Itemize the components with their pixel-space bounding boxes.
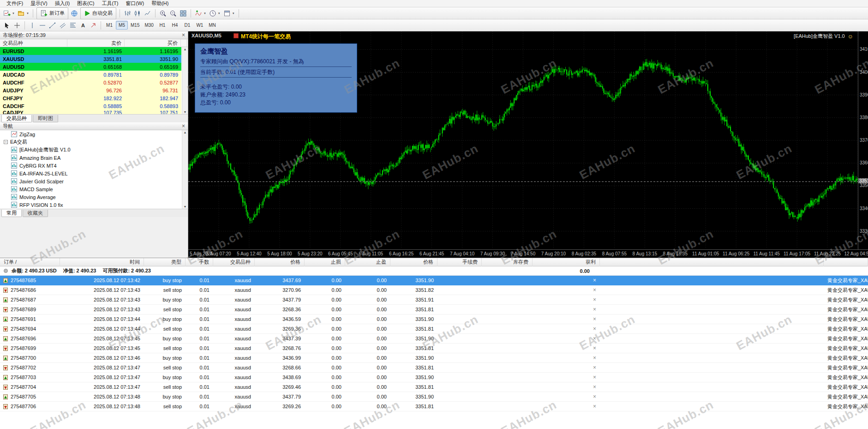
column-header[interactable]: 手续费 xyxy=(437,258,482,266)
timeframe-button-M30[interactable]: M30 xyxy=(142,21,156,30)
close-order-icon[interactable]: × xyxy=(593,288,596,292)
column-header[interactable]: 库存费 xyxy=(482,258,533,266)
new-chart-icon[interactable] xyxy=(2,9,12,18)
close-icon[interactable]: × xyxy=(182,33,185,37)
close-order-icon[interactable]: × xyxy=(593,307,596,312)
close-order-icon[interactable]: × xyxy=(593,385,596,389)
navigator-item[interactable]: RFP VISION 1.0 fix xyxy=(0,201,188,209)
column-header[interactable]: 类型 xyxy=(144,258,186,266)
column-header[interactable]: 时间 xyxy=(60,258,144,266)
market-watch-row[interactable]: EURUSD1.161951.16195 xyxy=(0,47,181,55)
timeframe-button-M5[interactable]: M5 xyxy=(116,21,128,30)
close-order-icon[interactable]: × xyxy=(593,336,596,341)
line-chart-icon[interactable] xyxy=(143,9,153,18)
vertical-line-tool-icon[interactable] xyxy=(27,21,37,30)
close-order-icon[interactable]: × xyxy=(593,297,596,302)
menu-item[interactable]: 显示(V) xyxy=(27,0,51,7)
market-watch-row[interactable]: CADJPY107.735107.751 xyxy=(0,110,181,114)
timeframe-button-MN[interactable]: MN xyxy=(206,21,218,30)
candlestick-chart-icon[interactable] xyxy=(132,9,143,18)
tree-collapse-icon[interactable]: − xyxy=(4,140,8,144)
column-header-symbol[interactable]: 交易品种 xyxy=(0,39,67,47)
zoom-in-icon[interactable] xyxy=(158,9,168,18)
bar-chart-icon[interactable] xyxy=(122,9,132,18)
column-header[interactable]: 交易品种 xyxy=(213,258,255,266)
navigator-item[interactable]: Javier Gold Scalper xyxy=(0,177,188,185)
trendline-tool-icon[interactable] xyxy=(48,21,58,30)
ea-name-label[interactable]: [EAHub]金鹰智盈 V1.0 ☺ xyxy=(794,33,853,40)
column-header[interactable]: 订单 / xyxy=(0,258,60,266)
order-row[interactable]: 2754877022025.08.12 07:13:47sell stop0.0… xyxy=(0,363,868,373)
text-tool-icon[interactable]: A xyxy=(78,21,88,30)
order-row[interactable]: 2754876942025.08.12 07:13:44sell stop0.0… xyxy=(0,324,868,334)
order-row[interactable]: 2754876862025.08.12 07:13:43sell stop0.0… xyxy=(0,285,868,295)
order-row[interactable]: 2754877062025.08.12 07:13:48sell stop0.0… xyxy=(0,402,868,411)
new-chart-caret-icon[interactable]: ▼ xyxy=(12,12,15,15)
close-order-icon[interactable]: × xyxy=(593,375,596,380)
column-header[interactable]: 手数 xyxy=(186,258,213,266)
column-header[interactable]: 止损 xyxy=(305,258,345,266)
cursor-icon[interactable] xyxy=(2,21,12,30)
timeframe-button-H1[interactable]: H1 xyxy=(156,21,168,30)
timeframe-button-W1[interactable]: W1 xyxy=(194,21,206,30)
column-header-ask[interactable]: 买价 xyxy=(125,39,181,47)
templates-icon[interactable] xyxy=(222,9,232,18)
order-row[interactable]: 2754877032025.08.12 07:13:47buy stop0.01… xyxy=(0,373,868,382)
chart-object-tag[interactable]: MT4统计每一笔交易 xyxy=(241,33,291,41)
scroll-down-icon[interactable]: ▼ xyxy=(184,110,187,114)
navigator-scrollbar[interactable]: ▲▼ xyxy=(182,130,188,209)
indicators-icon[interactable] xyxy=(193,9,204,18)
market-watch-row[interactable]: AUDUSD0.651680.65169 xyxy=(0,63,181,71)
chart-object-icon[interactable] xyxy=(233,33,239,38)
close-order-icon[interactable]: × xyxy=(593,394,596,399)
channel-tool-icon[interactable] xyxy=(58,21,68,30)
navigator-item[interactable]: Moving Average xyxy=(0,193,188,201)
navigator-item[interactable]: −EA交易 xyxy=(0,138,188,146)
periods-clock-icon[interactable] xyxy=(208,9,218,18)
close-order-icon[interactable]: × xyxy=(593,404,596,409)
market-watch-row[interactable]: CHFJPY182.922182.947 xyxy=(0,94,181,102)
navigator-item[interactable]: ZigZag xyxy=(0,130,188,138)
order-row[interactable]: 2754877052025.08.12 07:13:48buy stop0.01… xyxy=(0,392,868,402)
timeframe-button-H4[interactable]: H4 xyxy=(169,21,181,30)
column-header[interactable]: 价格 xyxy=(390,258,437,266)
zoom-out-icon[interactable] xyxy=(168,9,178,18)
close-order-icon[interactable]: × xyxy=(593,365,596,370)
order-row[interactable]: 2754877042025.08.12 07:13:47sell stop0.0… xyxy=(0,382,868,392)
column-header[interactable]: 价格 xyxy=(255,258,305,266)
timeframe-button-M15[interactable]: M15 xyxy=(128,21,142,30)
menu-item[interactable]: 窗口(W) xyxy=(122,0,148,7)
order-row[interactable]: 2754877002025.08.12 07:13:46buy stop0.01… xyxy=(0,353,868,363)
navigator-item[interactable]: [EAHub]金鹰智盈 V1.0 xyxy=(0,146,188,154)
price-scale[interactable]: 3330.003340.003350.003360.003370.003380.… xyxy=(858,31,868,249)
menu-item[interactable]: 帮助(H) xyxy=(148,0,172,7)
menu-item[interactable]: 图表(C) xyxy=(73,0,98,7)
profiles-icon[interactable] xyxy=(16,9,26,18)
indicators-caret-icon[interactable]: ▼ xyxy=(204,12,206,15)
timeframe-button-D1[interactable]: D1 xyxy=(181,21,193,30)
globe-icon[interactable] xyxy=(69,9,79,18)
navigator-item[interactable]: CyBRG RX MT4 xyxy=(0,162,188,169)
market-watch-tab[interactable]: 即时图 xyxy=(33,115,58,122)
market-watch-row[interactable]: CADCHF0.588850.58893 xyxy=(0,102,181,110)
fibonacci-tool-icon[interactable] xyxy=(68,21,78,30)
navigator-item[interactable]: Amazing Brain EA xyxy=(0,154,188,162)
column-header[interactable]: 获利 xyxy=(533,258,600,266)
order-row[interactable]: 2754876892025.08.12 07:13:43sell stop0.0… xyxy=(0,305,868,314)
chart-window[interactable]: XAUUSD,M5 MT4统计每一笔交易 [EAHub]金鹰智盈 V1.0 ☺ … xyxy=(188,31,868,258)
close-order-icon[interactable]: × xyxy=(593,356,596,360)
menu-item[interactable]: 文件(F) xyxy=(3,0,27,7)
close-order-icon[interactable]: × xyxy=(593,346,596,350)
order-row[interactable]: 2754876912025.08.12 07:13:44buy stop0.01… xyxy=(0,314,868,324)
horizontal-line-tool-icon[interactable] xyxy=(37,21,48,30)
crosshair-icon[interactable] xyxy=(12,21,22,30)
close-icon[interactable]: × xyxy=(182,124,185,128)
order-row[interactable]: 2754876852025.08.12 07:13:42buy stop0.01… xyxy=(0,276,868,285)
ea-smiley-icon[interactable]: ☺ xyxy=(848,33,853,40)
market-watch-row[interactable]: AUDCAD0.897810.89789 xyxy=(0,71,181,79)
market-watch-row[interactable]: AUDJPY96.72696.731 xyxy=(0,86,181,94)
scroll-up-icon[interactable]: ▲ xyxy=(184,131,187,134)
new-order-button[interactable]: 新订单 xyxy=(36,7,68,19)
navigator-tab[interactable]: 常用 xyxy=(1,210,22,217)
scroll-up-icon[interactable]: ▲ xyxy=(184,48,187,51)
